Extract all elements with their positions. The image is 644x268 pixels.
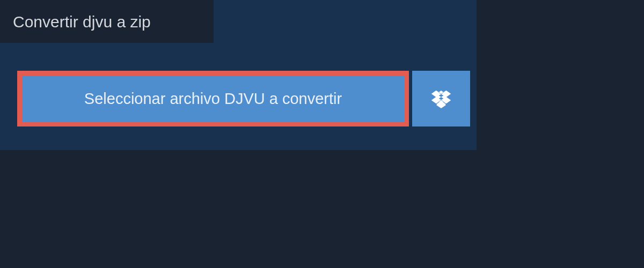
select-file-button-label: Seleccionar archivo DJVU a convertir bbox=[84, 90, 342, 108]
select-file-button[interactable]: Seleccionar archivo DJVU a convertir bbox=[17, 71, 409, 126]
dropbox-icon bbox=[431, 89, 451, 108]
tab-label: Convertir djvu a zip bbox=[13, 13, 151, 31]
upload-area: Seleccionar archivo DJVU a convertir bbox=[17, 71, 477, 126]
tab-convert[interactable]: Convertir djvu a zip bbox=[0, 0, 214, 43]
dropbox-button[interactable] bbox=[412, 71, 470, 126]
converter-panel: Convertir djvu a zip Seleccionar archivo… bbox=[0, 0, 477, 150]
